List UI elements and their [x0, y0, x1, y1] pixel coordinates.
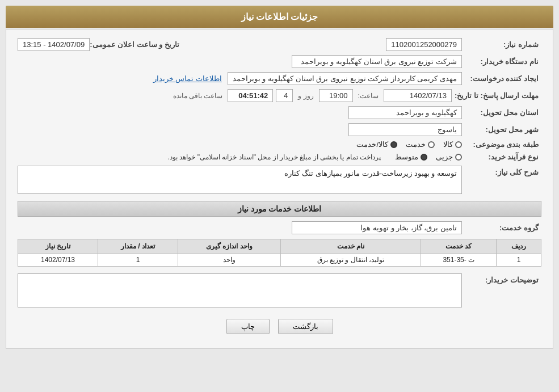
- city-label: شهر محل تحویل:: [462, 125, 541, 134]
- category-goods-label: کالا: [443, 140, 453, 149]
- public-date-label: تاریخ و ساعت اعلان عمومی:: [90, 40, 182, 49]
- category-service-radio[interactable]: [428, 141, 435, 148]
- requester-contact-link[interactable]: اطلاعات تماس خریدار: [153, 74, 222, 83]
- cell-row: 1: [497, 254, 541, 267]
- province-value: کهگیلویه و بویراحمد: [348, 106, 462, 119]
- service-group-row: گروه خدمت: تامین برق، گاز، بخار و تهویه …: [18, 221, 541, 234]
- services-section-title: اطلاعات خدمات مورد نیاز: [18, 201, 541, 217]
- col-code: کد خدمت: [421, 239, 497, 254]
- buyer-label: نام دستگاه خریدار:: [462, 57, 541, 66]
- page-title: جزئیات اطلاعات نیاز: [241, 12, 318, 22]
- col-unit: واحد اندازه گیری: [178, 239, 280, 254]
- cell-name: تولید، انتقال و توزیع برق: [280, 254, 421, 267]
- deadline-label: مهلت ارسال پاسخ: تا تاریخ:: [455, 91, 541, 100]
- deadline-days: 4: [276, 89, 293, 102]
- buyer-notes-row: توضیحات خریدار:: [18, 273, 541, 307]
- need-desc-row: شرح کلی نیاز: توسعه و بهبود زیرساخت-قدرت…: [18, 166, 541, 194]
- service-group-label: گروه خدمت:: [462, 224, 541, 232]
- purchase-row: نوع فرآیند خرید: جزیی متوسط پرداخت تمام …: [18, 153, 541, 161]
- deadline-date: 1402/07/13: [384, 89, 452, 102]
- category-goods-service-item[interactable]: کالا/خدمت: [356, 140, 397, 149]
- services-section-label: اطلاعات خدمات مورد نیاز: [238, 204, 322, 213]
- requester-value: مهدی کریمی کاربرداز شرکت توزیع نیروی برق…: [228, 72, 462, 85]
- buyer-value: شرکت توزیع نیروی برق استان کهگیلویه و بو…: [292, 55, 462, 68]
- buyer-notes-textarea[interactable]: [18, 273, 462, 307]
- province-label: استان محل تحویل:: [462, 108, 541, 117]
- col-name: نام خدمت: [280, 239, 421, 254]
- col-row-num: ردیف: [497, 239, 541, 254]
- table-row: 1ت -35-351تولید، انتقال و توزیع برقواحد1…: [18, 254, 541, 267]
- deadline-days-label: روز و: [298, 92, 313, 100]
- purchase-label: نوع فرآیند خرید:: [462, 153, 541, 161]
- buyer-row: نام دستگاه خریدار: شرکت توزیع نیروی برق …: [18, 55, 541, 68]
- category-service-item[interactable]: خدمت: [406, 140, 435, 149]
- purchase-medium-label: متوسط: [395, 153, 418, 161]
- col-date: تاریخ نیاز: [18, 239, 98, 254]
- category-radio-group: کالا خدمت کالا/خدمت: [356, 140, 462, 149]
- purchase-partial-radio[interactable]: [455, 154, 462, 161]
- public-date-value: 1402/07/09 - 13:15: [18, 38, 90, 51]
- deadline-remaining-label: ساعت باقی مانده: [173, 92, 223, 100]
- city-value: یاسوج: [348, 123, 462, 136]
- print-button[interactable]: چاپ: [226, 319, 270, 334]
- category-goods-item[interactable]: کالا: [443, 140, 462, 149]
- purchase-medium-item[interactable]: متوسط: [395, 153, 427, 161]
- cell-quantity: 1: [98, 254, 178, 267]
- category-goods-service-label: کالا/خدمت: [356, 140, 388, 149]
- cell-unit: واحد: [178, 254, 280, 267]
- bottom-buttons: بازگشت چاپ: [18, 319, 541, 340]
- requester-label: ایجاد کننده درخواست:: [462, 74, 541, 83]
- category-row: طبقه بندی موضوعی: کالا خدمت کالا/خدمت: [18, 140, 541, 149]
- back-button[interactable]: بازگشت: [278, 319, 333, 334]
- need-desc-label: شرح کلی نیاز:: [462, 166, 541, 176]
- city-row: شهر محل تحویل: یاسوج: [18, 123, 541, 136]
- deadline-row: مهلت ارسال پاسخ: تا تاریخ: 1402/07/13 سا…: [18, 89, 541, 102]
- need-number-label: شماره نیاز:: [462, 40, 541, 49]
- services-table: ردیف کد خدمت نام خدمت واحد اندازه گیری ت…: [18, 239, 541, 267]
- purchase-medium-radio[interactable]: [421, 154, 427, 161]
- cell-date: 1402/07/13: [18, 254, 98, 267]
- buyer-notes-label: توضیحات خریدار:: [462, 273, 541, 284]
- need-number-value: 1102001252000279: [386, 38, 462, 51]
- category-goods-service-radio[interactable]: [390, 141, 397, 148]
- col-quantity: تعداد / مقدار: [98, 239, 178, 254]
- need-number-row: شماره نیاز: 1102001252000279 تاریخ و ساع…: [18, 38, 541, 51]
- page-header: جزئیات اطلاعات نیاز: [6, 6, 553, 28]
- category-label: طبقه بندی موضوعی:: [462, 140, 541, 149]
- deadline-time: 19:00: [319, 89, 353, 102]
- purchase-note: پرداخت تمام یا بخشی از مبلغ خریدار از مح…: [168, 153, 381, 161]
- category-service-label: خدمت: [406, 140, 426, 149]
- purchase-partial-item[interactable]: جزیی: [436, 153, 462, 161]
- requester-row: ایجاد کننده درخواست: مهدی کریمی کاربرداز…: [18, 72, 541, 85]
- need-desc-value: توسعه و بهبود زیرساخت-قدرت مانور بمپازها…: [284, 169, 457, 178]
- province-row: استان محل تحویل: کهگیلویه و بویراحمد: [18, 106, 541, 119]
- purchase-radio-group: جزیی متوسط پرداخت تمام یا بخشی از مبلغ خ…: [168, 153, 462, 161]
- cell-code: ت -35-351: [421, 254, 497, 267]
- service-group-value: تامین برق، گاز، بخار و تهویه هوا: [292, 221, 462, 234]
- category-goods-radio[interactable]: [455, 141, 462, 148]
- deadline-clock: 04:51:42: [228, 89, 273, 102]
- deadline-time-label: ساعت:: [358, 92, 379, 100]
- purchase-partial-label: جزیی: [436, 153, 453, 161]
